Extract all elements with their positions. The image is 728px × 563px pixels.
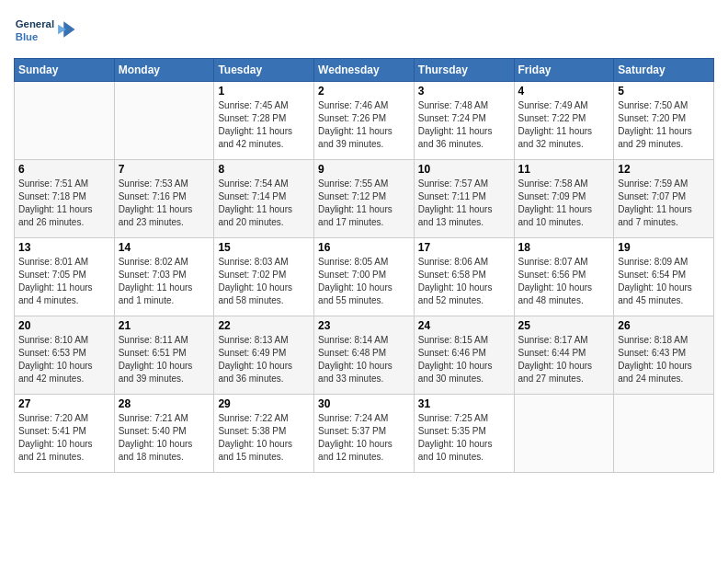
day-info: Sunrise: 8:03 AM Sunset: 7:02 PM Dayligh… xyxy=(218,256,310,307)
day-number: 9 xyxy=(318,163,410,176)
day-number: 26 xyxy=(618,319,710,332)
calendar-cell: 10Sunrise: 7:57 AM Sunset: 7:11 PM Dayli… xyxy=(414,160,514,238)
day-info: Sunrise: 7:51 AM Sunset: 7:18 PM Dayligh… xyxy=(18,178,110,229)
weekday-header: Sunday xyxy=(15,59,115,82)
calendar-cell: 3Sunrise: 7:48 AM Sunset: 7:24 PM Daylig… xyxy=(414,82,514,160)
calendar-cell: 29Sunrise: 7:22 AM Sunset: 5:38 PM Dayli… xyxy=(214,395,314,473)
calendar-cell: 21Sunrise: 8:11 AM Sunset: 6:51 PM Dayli… xyxy=(114,316,214,395)
calendar-week-row: 20Sunrise: 8:10 AM Sunset: 6:53 PM Dayli… xyxy=(15,316,714,395)
weekday-header: Tuesday xyxy=(214,59,314,82)
day-info: Sunrise: 8:06 AM Sunset: 6:58 PM Dayligh… xyxy=(418,256,510,307)
calendar-cell: 15Sunrise: 8:03 AM Sunset: 7:02 PM Dayli… xyxy=(214,238,314,316)
day-info: Sunrise: 7:54 AM Sunset: 7:14 PM Dayligh… xyxy=(218,178,310,229)
day-number: 30 xyxy=(318,397,410,410)
calendar-week-row: 13Sunrise: 8:01 AM Sunset: 7:05 PM Dayli… xyxy=(15,238,714,316)
calendar-cell: 2Sunrise: 7:46 AM Sunset: 7:26 PM Daylig… xyxy=(314,82,415,160)
weekday-header-row: SundayMondayTuesdayWednesdayThursdayFrid… xyxy=(15,59,714,82)
calendar-cell xyxy=(114,82,214,160)
day-number: 20 xyxy=(18,319,110,332)
calendar-cell: 20Sunrise: 8:10 AM Sunset: 6:53 PM Dayli… xyxy=(15,316,115,395)
day-number: 6 xyxy=(18,163,110,176)
day-info: Sunrise: 7:25 AM Sunset: 5:35 PM Dayligh… xyxy=(418,412,510,464)
day-number: 5 xyxy=(618,85,710,98)
day-number: 27 xyxy=(18,397,110,410)
day-number: 11 xyxy=(518,163,610,176)
day-number: 23 xyxy=(318,319,410,332)
day-info: Sunrise: 8:05 AM Sunset: 7:00 PM Dayligh… xyxy=(318,256,410,307)
day-number: 2 xyxy=(318,85,410,98)
day-info: Sunrise: 7:20 AM Sunset: 5:41 PM Dayligh… xyxy=(18,412,110,464)
day-info: Sunrise: 8:18 AM Sunset: 6:43 PM Dayligh… xyxy=(618,334,710,385)
calendar-cell: 16Sunrise: 8:05 AM Sunset: 7:00 PM Dayli… xyxy=(314,238,415,316)
day-info: Sunrise: 8:09 AM Sunset: 6:54 PM Dayligh… xyxy=(618,256,710,307)
calendar-cell: 19Sunrise: 8:09 AM Sunset: 6:54 PM Dayli… xyxy=(614,238,714,316)
calendar-cell: 28Sunrise: 7:21 AM Sunset: 5:40 PM Dayli… xyxy=(114,395,214,473)
day-number: 3 xyxy=(418,85,510,98)
day-info: Sunrise: 7:46 AM Sunset: 7:26 PM Dayligh… xyxy=(318,99,410,151)
day-info: Sunrise: 8:01 AM Sunset: 7:05 PM Dayligh… xyxy=(18,256,110,307)
calendar-cell: 27Sunrise: 7:20 AM Sunset: 5:41 PM Dayli… xyxy=(15,395,115,473)
calendar-cell xyxy=(514,395,614,473)
day-info: Sunrise: 7:55 AM Sunset: 7:12 PM Dayligh… xyxy=(318,178,410,229)
calendar-cell: 1Sunrise: 7:45 AM Sunset: 7:28 PM Daylig… xyxy=(214,82,314,160)
calendar-table: SundayMondayTuesdayWednesdayThursdayFrid… xyxy=(14,58,714,473)
weekday-header: Thursday xyxy=(414,59,514,82)
day-number: 10 xyxy=(418,163,510,176)
calendar-cell: 23Sunrise: 8:14 AM Sunset: 6:48 PM Dayli… xyxy=(314,316,415,395)
day-number: 19 xyxy=(618,241,710,254)
calendar-week-row: 1Sunrise: 7:45 AM Sunset: 7:28 PM Daylig… xyxy=(15,82,714,160)
calendar-cell xyxy=(614,395,714,473)
svg-text:Blue: Blue xyxy=(16,31,39,42)
calendar-cell: 14Sunrise: 8:02 AM Sunset: 7:03 PM Dayli… xyxy=(114,238,214,316)
calendar-cell: 13Sunrise: 8:01 AM Sunset: 7:05 PM Dayli… xyxy=(15,238,115,316)
day-info: Sunrise: 7:24 AM Sunset: 5:37 PM Dayligh… xyxy=(318,412,410,464)
day-number: 17 xyxy=(418,241,510,254)
day-info: Sunrise: 8:14 AM Sunset: 6:48 PM Dayligh… xyxy=(318,334,410,385)
day-info: Sunrise: 7:45 AM Sunset: 7:28 PM Dayligh… xyxy=(218,99,310,151)
calendar-cell: 30Sunrise: 7:24 AM Sunset: 5:37 PM Dayli… xyxy=(314,395,415,473)
calendar-cell: 26Sunrise: 8:18 AM Sunset: 6:43 PM Dayli… xyxy=(614,316,714,395)
day-info: Sunrise: 7:48 AM Sunset: 7:24 PM Dayligh… xyxy=(418,99,510,151)
day-info: Sunrise: 8:17 AM Sunset: 6:44 PM Dayligh… xyxy=(518,334,610,385)
calendar-cell: 25Sunrise: 8:17 AM Sunset: 6:44 PM Dayli… xyxy=(514,316,614,395)
weekday-header: Monday xyxy=(114,59,214,82)
day-number: 12 xyxy=(618,163,710,176)
day-number: 31 xyxy=(418,397,510,410)
weekday-header: Saturday xyxy=(614,59,714,82)
calendar-cell: 9Sunrise: 7:55 AM Sunset: 7:12 PM Daylig… xyxy=(314,160,415,238)
calendar-cell: 12Sunrise: 7:59 AM Sunset: 7:07 PM Dayli… xyxy=(614,160,714,238)
svg-text:General: General xyxy=(16,18,54,29)
day-number: 18 xyxy=(518,241,610,254)
day-info: Sunrise: 7:49 AM Sunset: 7:22 PM Dayligh… xyxy=(518,99,610,151)
day-number: 13 xyxy=(18,241,110,254)
day-number: 28 xyxy=(119,397,210,410)
day-number: 14 xyxy=(119,241,210,254)
day-info: Sunrise: 8:11 AM Sunset: 6:51 PM Dayligh… xyxy=(119,334,210,385)
day-info: Sunrise: 7:53 AM Sunset: 7:16 PM Dayligh… xyxy=(119,178,210,229)
day-info: Sunrise: 8:15 AM Sunset: 6:46 PM Dayligh… xyxy=(418,334,510,385)
calendar-cell: 8Sunrise: 7:54 AM Sunset: 7:14 PM Daylig… xyxy=(214,160,314,238)
day-info: Sunrise: 8:02 AM Sunset: 7:03 PM Dayligh… xyxy=(119,256,210,307)
calendar-cell: 7Sunrise: 7:53 AM Sunset: 7:16 PM Daylig… xyxy=(114,160,214,238)
calendar-cell: 4Sunrise: 7:49 AM Sunset: 7:22 PM Daylig… xyxy=(514,82,614,160)
day-number: 16 xyxy=(318,241,410,254)
day-number: 24 xyxy=(418,319,510,332)
day-info: Sunrise: 7:21 AM Sunset: 5:40 PM Dayligh… xyxy=(119,412,210,464)
day-number: 21 xyxy=(119,319,210,332)
day-number: 4 xyxy=(518,85,610,98)
day-info: Sunrise: 7:50 AM Sunset: 7:20 PM Dayligh… xyxy=(618,99,710,151)
logo-svg: General Blue xyxy=(14,9,78,51)
page-header: General Blue xyxy=(14,9,714,51)
day-number: 22 xyxy=(218,319,310,332)
calendar-cell: 11Sunrise: 7:58 AM Sunset: 7:09 PM Dayli… xyxy=(514,160,614,238)
calendar-cell: 18Sunrise: 8:07 AM Sunset: 6:56 PM Dayli… xyxy=(514,238,614,316)
day-info: Sunrise: 8:13 AM Sunset: 6:49 PM Dayligh… xyxy=(218,334,310,385)
weekday-header: Friday xyxy=(514,59,614,82)
calendar-cell: 6Sunrise: 7:51 AM Sunset: 7:18 PM Daylig… xyxy=(15,160,115,238)
calendar-cell: 5Sunrise: 7:50 AM Sunset: 7:20 PM Daylig… xyxy=(614,82,714,160)
day-info: Sunrise: 8:07 AM Sunset: 6:56 PM Dayligh… xyxy=(518,256,610,307)
day-info: Sunrise: 7:57 AM Sunset: 7:11 PM Dayligh… xyxy=(418,178,510,229)
day-number: 25 xyxy=(518,319,610,332)
day-info: Sunrise: 7:58 AM Sunset: 7:09 PM Dayligh… xyxy=(518,178,610,229)
day-number: 29 xyxy=(218,397,310,410)
